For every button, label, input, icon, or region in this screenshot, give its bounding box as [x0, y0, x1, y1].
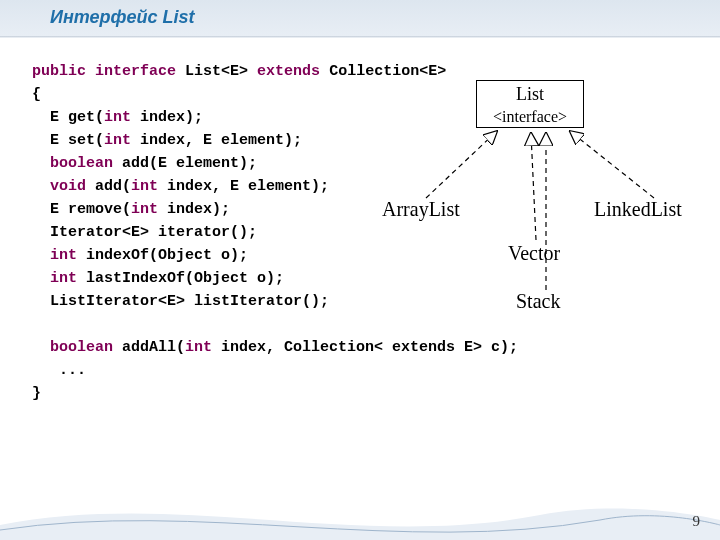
- m4b: index, E element);: [158, 178, 329, 195]
- title-underline: [0, 36, 720, 38]
- label-stack: Stack: [516, 290, 560, 313]
- m5b: index);: [158, 201, 230, 218]
- blank: [32, 316, 41, 333]
- m3a: add(E element);: [113, 155, 257, 172]
- m1b: index);: [131, 109, 203, 126]
- m2a: E set(: [32, 132, 104, 149]
- label-linkedlist: LinkedList: [594, 198, 682, 221]
- kw-int-2: int: [104, 132, 131, 149]
- m10b: index, Collection< extends E> c);: [212, 339, 518, 356]
- svg-line-0: [426, 132, 496, 198]
- kw-int-7: int: [185, 339, 212, 356]
- m4a: add(: [86, 178, 131, 195]
- m6: Iterator<E> iterator();: [32, 224, 257, 241]
- m9: ListIterator<E> listIterator();: [32, 293, 329, 310]
- m7a: indexOf(Object o);: [77, 247, 248, 264]
- brace-close: }: [32, 385, 41, 402]
- kw-boolean-2: boolean: [50, 339, 113, 356]
- super-type: Collection<E>: [329, 63, 446, 80]
- page-number: 9: [693, 513, 701, 530]
- kw-int-4: int: [131, 201, 158, 218]
- footer-wave: [0, 480, 720, 540]
- kw-extends: extends: [257, 63, 320, 80]
- svg-line-1: [571, 132, 654, 198]
- m2b: index, E element);: [131, 132, 302, 149]
- m5a: E remove(: [32, 201, 131, 218]
- kw-void: void: [50, 178, 86, 195]
- m10a: addAll(: [113, 339, 185, 356]
- label-vector: Vector: [508, 242, 560, 265]
- kw-int-6: int: [50, 270, 77, 287]
- svg-line-2: [531, 134, 536, 240]
- m1a: E get(: [32, 109, 104, 126]
- kw-public: public: [32, 63, 86, 80]
- brace-open: {: [32, 86, 41, 103]
- dots: ...: [32, 362, 86, 379]
- kw-interface: interface: [95, 63, 176, 80]
- uml-diagram: List <interface> ArrayList LinkedList Ve…: [386, 80, 686, 340]
- m8a: lastIndexOf(Object o);: [77, 270, 284, 287]
- kw-int-5: int: [50, 247, 77, 264]
- kw-int-3: int: [131, 178, 158, 195]
- kw-boolean-1: boolean: [50, 155, 113, 172]
- slide-title: Интерфейс List: [50, 7, 195, 28]
- type-name: List<E>: [185, 63, 248, 80]
- label-arraylist: ArrayList: [382, 198, 460, 221]
- slide: Интерфейс List public interface List<E> …: [0, 0, 720, 540]
- kw-int-1: int: [104, 109, 131, 126]
